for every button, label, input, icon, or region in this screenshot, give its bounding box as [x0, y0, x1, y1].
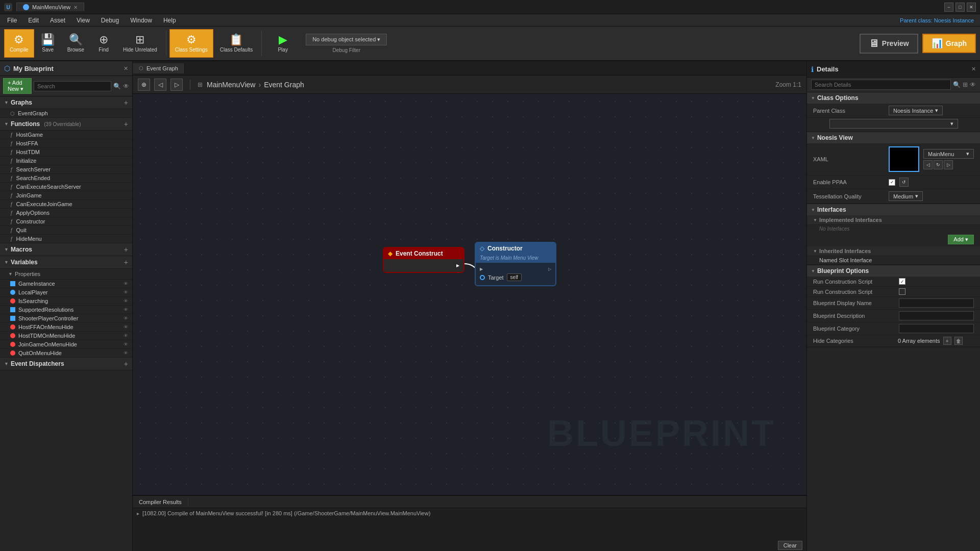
class-picker-btn[interactable]: ▾ [829, 119, 958, 129]
implemented-interfaces-header[interactable]: ▼ Implemented Interfaces [807, 215, 980, 225]
details-search-input[interactable] [811, 80, 951, 90]
run-construction-cb-2[interactable] [899, 288, 905, 295]
add-interface-btn[interactable]: Add ▾ [948, 235, 974, 244]
home-btn[interactable]: ⊕ [138, 79, 150, 91]
preview-button[interactable]: 🖥 Preview [860, 34, 918, 54]
list-item[interactable]: ƒ SearchServer [0, 165, 132, 174]
menu-help[interactable]: Help [158, 16, 181, 25]
enable-ppaa-checkbox[interactable] [889, 179, 895, 186]
functions-add-btn[interactable]: + [124, 120, 128, 128]
visibility-icon[interactable]: 👁 [123, 83, 129, 90]
menu-view[interactable]: View [71, 16, 95, 25]
variables-add-btn[interactable]: + [124, 258, 128, 266]
list-item[interactable]: HostFFAOnMenuHide 👁 [0, 323, 132, 332]
class-options-header[interactable]: ▼ Class Options [807, 92, 980, 104]
clear-button[interactable]: Clear [778, 541, 802, 550]
grid-view-icon[interactable]: ⊞ [963, 81, 968, 88]
parent-class-dropdown[interactable]: Noesis Instance ▾ [889, 106, 943, 115]
list-item[interactable]: ƒ Quit [0, 226, 132, 235]
list-item[interactable]: ƒ ApplyOptions [0, 209, 132, 217]
event-dispatchers-section-header[interactable]: ▼ Event Dispatchers + [0, 358, 132, 370]
browse-button[interactable]: 🔍 Browse [62, 29, 90, 58]
description-input[interactable] [899, 311, 974, 320]
menu-asset[interactable]: Asset [45, 16, 70, 25]
list-item[interactable]: ƒ CanExecuteSearchServer [0, 183, 132, 191]
add-new-button[interactable]: + Add New ▾ [3, 78, 32, 94]
tess-quality-dropdown[interactable]: Medium ▾ [889, 191, 923, 201]
variables-section-header[interactable]: ▼ Variables + [0, 256, 132, 269]
list-item[interactable]: ƒ HostTDM [0, 148, 132, 157]
list-item[interactable]: ƒ HideMenu [0, 235, 132, 243]
debug-object-button[interactable]: No debug object selected ▾ [306, 34, 387, 45]
constructor-node[interactable]: ◇ Constructor Target is Main Menu View ▶… [475, 242, 556, 286]
find-button[interactable]: ⊕ Find [91, 29, 116, 58]
close-btn[interactable]: ✕ [967, 3, 976, 12]
tab-close[interactable]: ✕ [74, 5, 78, 10]
list-item[interactable]: IsSearching 👁 [0, 297, 132, 306]
compiler-results-tab[interactable]: Compiler Results [133, 498, 188, 506]
list-item[interactable]: HostTDMOnMenuHide 👁 [0, 332, 132, 340]
list-item[interactable]: ƒ Initialize [0, 157, 132, 165]
menu-file[interactable]: File [2, 16, 22, 25]
class-settings-button[interactable]: ⚙ Class Settings [169, 29, 213, 58]
play-button[interactable]: ▶ Play [265, 29, 301, 58]
xaml-refresh-btn[interactable]: ↻ [934, 160, 943, 169]
macros-section-header[interactable]: ▼ Macros + [0, 243, 132, 256]
category-input[interactable] [899, 324, 974, 333]
list-item[interactable]: ƒ JoinGame [0, 191, 132, 200]
list-item[interactable]: QuitOnMenuHide 👁 [0, 349, 132, 358]
xaml-back-btn[interactable]: ◁ [923, 160, 933, 169]
compile-button[interactable]: ⚙ Compile [4, 29, 34, 58]
list-item[interactable]: Named Slot Interface [807, 256, 980, 265]
details-close-icon[interactable]: ✕ [971, 66, 976, 72]
forward-btn[interactable]: ▷ [170, 79, 183, 91]
inherited-interfaces-header[interactable]: ▼ Inherited Interfaces [807, 246, 980, 256]
maximize-btn[interactable]: □ [955, 3, 965, 12]
save-button[interactable]: 💾 Save [35, 29, 61, 58]
list-item[interactable]: ƒ HostFFA [0, 139, 132, 148]
list-item[interactable]: ƒ HostGame [0, 131, 132, 139]
panel-options-icon[interactable]: ✕ [124, 65, 128, 72]
graph-canvas[interactable]: BLUEPRINT ◆ Event Construct ▶ [133, 94, 806, 495]
minimize-btn[interactable]: − [944, 3, 953, 12]
ppaa-reset-btn[interactable]: ↺ [899, 178, 909, 187]
eye-icon: 👁 [124, 342, 128, 347]
event-construct-node[interactable]: ◆ Event Construct ▶ [383, 247, 464, 273]
run-construction-cb-1[interactable] [899, 278, 905, 285]
list-item[interactable]: ⬡ EventGraph [0, 109, 132, 118]
details-search-bar: 🔍 ⊞ 👁 [807, 78, 980, 92]
event-graph-tab[interactable]: ⬡ Event Graph [133, 63, 185, 73]
graphs-add-btn[interactable]: + [124, 98, 128, 107]
list-item[interactable]: ƒ Constructor [0, 217, 132, 226]
menu-edit[interactable]: Edit [23, 16, 44, 25]
back-btn[interactable]: ◁ [154, 79, 166, 91]
menu-debug[interactable]: Debug [96, 16, 124, 25]
event-dispatchers-add-btn[interactable]: + [124, 360, 128, 368]
search-input[interactable] [34, 81, 111, 91]
eye-icon[interactable]: 👁 [970, 81, 976, 88]
graphs-section-header[interactable]: ▼ Graphs + [0, 96, 132, 109]
title-tab[interactable]: MainMenuView ✕ [16, 3, 84, 11]
list-item[interactable]: ƒ CanExecuteJoinGame [0, 200, 132, 209]
list-item[interactable]: SupportedResolutions 👁 [0, 306, 132, 314]
list-item[interactable]: LocalPlayer 👁 [0, 288, 132, 297]
noesis-view-header[interactable]: ▼ Noesis View [807, 132, 980, 143]
hide-unrelated-button[interactable]: ⊞ Hide Unrelated [117, 29, 163, 58]
list-item[interactable]: ShooterPlayerController 👁 [0, 314, 132, 323]
xaml-forward-btn[interactable]: ▷ [944, 160, 953, 169]
interfaces-header[interactable]: ▼ Interfaces [807, 204, 980, 215]
properties-section-header[interactable]: ▼ Properties [0, 269, 132, 280]
menu-window[interactable]: Window [125, 16, 157, 25]
display-name-input[interactable] [899, 298, 974, 308]
list-item[interactable]: JoinGameOnMenuHide 👁 [0, 340, 132, 349]
graph-button[interactable]: 📊 Graph [922, 34, 976, 53]
list-item[interactable]: GameInstance 👁 [0, 280, 132, 288]
list-item[interactable]: ƒ SearchEnded [0, 174, 132, 183]
macros-add-btn[interactable]: + [124, 245, 128, 254]
add-category-btn[interactable]: + [943, 337, 951, 345]
xaml-dropdown[interactable]: MainMenu ▾ [923, 149, 974, 159]
blueprint-options-header[interactable]: ▼ Blueprint Options [807, 265, 980, 277]
functions-section-header[interactable]: ▼ Functions (39 Overridable) + [0, 118, 132, 131]
class-defaults-button[interactable]: 📋 Class Defaults [214, 29, 258, 58]
remove-category-btn[interactable]: 🗑 [954, 337, 963, 345]
